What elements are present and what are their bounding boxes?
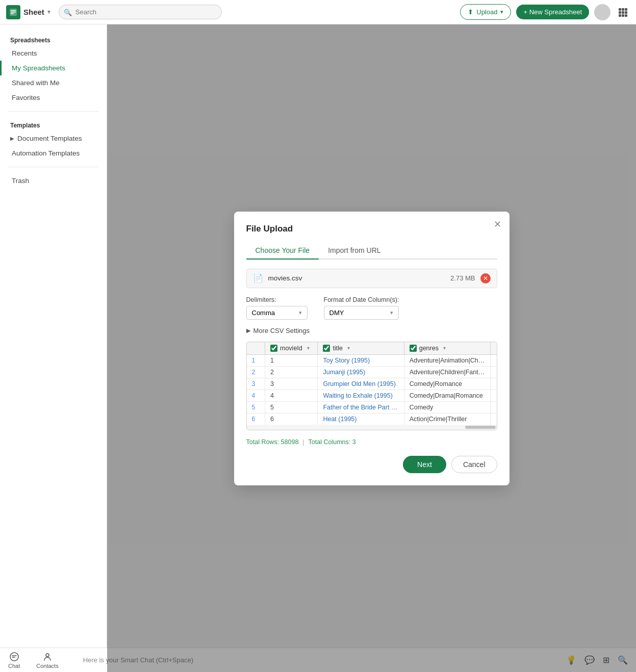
stats-separator: | xyxy=(302,438,304,446)
col-checkbox-title[interactable] xyxy=(323,345,330,352)
svg-rect-11 xyxy=(622,14,624,17)
sidebar-item-shared-with-me[interactable]: Shared with Me xyxy=(0,75,107,90)
cell-movieid: 3 xyxy=(265,378,318,390)
settings-row: Delimiters: Comma ▾ Format of Date Colum… xyxy=(246,296,497,320)
cell-movieid: 4 xyxy=(265,390,318,401)
col-checkbox-genres[interactable] xyxy=(410,345,417,352)
sidebar-divider-1 xyxy=(8,111,98,112)
file-remove-button[interactable]: ✕ xyxy=(480,273,491,283)
row-num: 5 xyxy=(247,401,265,413)
sidebar-item-document-templates[interactable]: ▶ Document Templates xyxy=(0,131,107,146)
svg-rect-4 xyxy=(619,8,621,11)
next-button[interactable]: Next xyxy=(403,456,446,473)
row-num: 4 xyxy=(247,390,265,401)
upload-icon: ⬆ xyxy=(468,8,473,16)
bottombar-chat[interactable]: Chat xyxy=(8,652,20,669)
svg-rect-1 xyxy=(11,10,16,11)
delimiters-value: Comma xyxy=(252,309,275,317)
col-checkbox-movieid[interactable] xyxy=(270,345,277,352)
table-row: 4 4 Waiting to Exhale (1995) Comedy|Dram… xyxy=(247,390,497,401)
preview-table-wrap: movieId ▾ title ▾ xyxy=(246,342,497,430)
date-format-label: Format of Date Column(s): xyxy=(324,296,399,303)
delimiters-group: Delimiters: Comma ▾ xyxy=(246,296,308,320)
sidebar-item-recents[interactable]: Recents xyxy=(0,46,107,61)
templates-section-title: Templates xyxy=(0,118,107,131)
cell-title: Grumpier Old Men (1995) xyxy=(318,378,404,390)
bottombar-contacts[interactable]: Contacts xyxy=(36,652,58,669)
more-csv-label: More CSV Settings xyxy=(253,327,310,334)
upload-caret: ▾ xyxy=(500,9,503,15)
spreadsheets-section-title: Spreadsheets xyxy=(0,33,107,46)
table-row: 2 2 Jumanji (1995) Adventure|Children|Fa… xyxy=(247,366,497,378)
sidebar-divider-2 xyxy=(8,167,98,167)
th-rownum xyxy=(247,342,265,355)
col-arrow-title: ▾ xyxy=(347,345,350,351)
horizontal-scrollbar[interactable] xyxy=(247,425,497,430)
file-size: 2.73 MB xyxy=(450,274,475,282)
tab-import-url[interactable]: Import from URL xyxy=(319,242,390,260)
sidebar-item-favorites[interactable]: Favorites xyxy=(0,90,107,105)
date-format-group: Format of Date Column(s): DMY ▾ xyxy=(324,296,399,320)
sidebar-item-trash[interactable]: Trash xyxy=(0,173,107,188)
total-rows: Total Rows: 58098 xyxy=(246,438,299,446)
svg-point-14 xyxy=(46,654,49,657)
th-genres: genres ▾ xyxy=(404,342,490,355)
cell-stub xyxy=(491,390,497,401)
more-csv-toggle[interactable]: ▶ More CSV Settings xyxy=(246,327,497,334)
app-name: Sheet xyxy=(23,8,44,16)
topbar: Sheet ▾ 🔍 ⬆ Upload ▾ + New Spreadsheet xyxy=(0,0,636,24)
new-spreadsheet-button[interactable]: + New Spreadsheet xyxy=(516,5,589,19)
search-bar: 🔍 xyxy=(59,5,222,19)
sidebar-item-my-spreadsheets[interactable]: My Spreadsheets xyxy=(0,61,107,75)
favorites-label: Favorites xyxy=(12,94,40,101)
my-spreadsheets-label: My Spreadsheets xyxy=(12,64,65,72)
date-format-select[interactable]: DMY ▾ xyxy=(324,306,399,320)
shared-with-me-label: Shared with Me xyxy=(12,79,60,87)
svg-rect-10 xyxy=(619,14,621,17)
upload-button[interactable]: ⬆ Upload ▾ xyxy=(460,4,511,20)
cell-stub xyxy=(491,413,497,425)
cell-movieid: 2 xyxy=(265,366,318,378)
date-format-value: DMY xyxy=(329,309,344,317)
sidebar-item-automation-templates[interactable]: Automation Templates xyxy=(0,146,107,161)
table-row: 5 5 Father of the Bride Part II (1995) C… xyxy=(247,401,497,413)
svg-point-13 xyxy=(10,653,18,661)
th-movieid: movieId ▾ xyxy=(265,342,318,355)
cell-stub xyxy=(491,354,497,366)
cell-movieid: 1 xyxy=(265,354,318,366)
logo-caret: ▾ xyxy=(47,9,50,15)
app-logo[interactable]: Sheet ▾ xyxy=(6,5,50,19)
apps-icon[interactable] xyxy=(616,5,630,19)
search-input[interactable] xyxy=(59,5,222,19)
cell-title: Jumanji (1995) xyxy=(318,366,404,378)
cancel-button[interactable]: Cancel xyxy=(451,456,497,473)
automation-templates-label: Automation Templates xyxy=(12,149,80,157)
table-row: 3 3 Grumpier Old Men (1995) Comedy|Roman… xyxy=(247,378,497,390)
logo-icon xyxy=(6,5,20,19)
table-row: 6 6 Heat (1995) Action|Crime|Thriller xyxy=(247,413,497,425)
cell-title: Father of the Bride Part II (1995) xyxy=(318,401,404,413)
cell-title: Waiting to Exhale (1995) xyxy=(318,390,404,401)
user-avatar[interactable] xyxy=(594,4,610,20)
dialog-close-button[interactable]: ✕ xyxy=(494,220,501,229)
row-num: 1 xyxy=(247,354,265,366)
date-format-arrow: ▾ xyxy=(390,309,393,316)
scrollbar-thumb xyxy=(465,426,496,429)
delimiters-select[interactable]: Comma ▾ xyxy=(246,306,308,320)
row-num: 2 xyxy=(247,366,265,378)
dialog-footer: Next Cancel xyxy=(246,456,497,473)
delimiters-label: Delimiters: xyxy=(246,296,308,303)
delimiters-arrow: ▾ xyxy=(299,309,302,316)
cell-genres: Action|Crime|Thriller xyxy=(404,413,490,425)
file-upload-dialog: File Upload ✕ Choose Your File Import fr… xyxy=(234,212,510,485)
main-layout: Spreadsheets Recents My Spreadsheets Sha… xyxy=(0,24,636,672)
dialog-tabs: Choose Your File Import from URL xyxy=(246,242,497,260)
more-csv-arrow: ▶ xyxy=(246,327,250,334)
document-templates-label: Document Templates xyxy=(17,135,82,142)
row-num: 6 xyxy=(247,413,265,425)
file-icon: 📄 xyxy=(253,273,263,283)
cell-stub xyxy=(491,366,497,378)
tab-choose-file[interactable]: Choose Your File xyxy=(246,242,319,260)
cell-title: Heat (1995) xyxy=(318,413,404,425)
svg-rect-7 xyxy=(619,11,621,14)
